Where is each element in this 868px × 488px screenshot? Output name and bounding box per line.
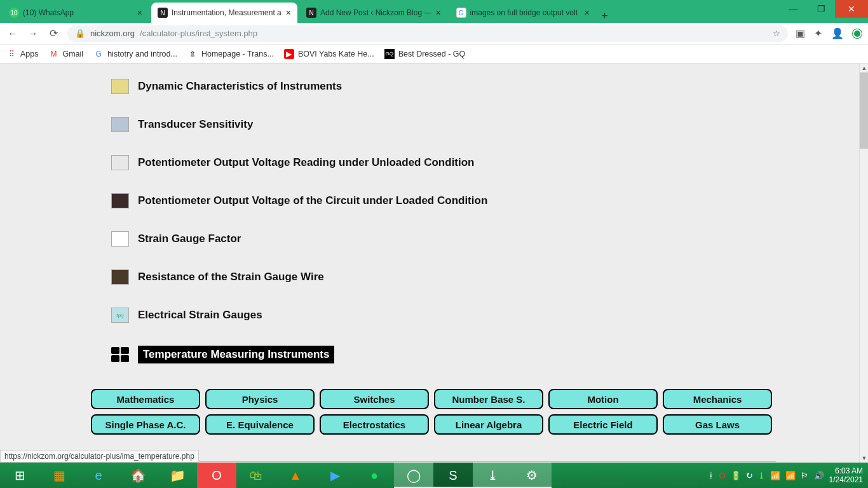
action-center-icon[interactable]: 🏳 xyxy=(801,471,809,480)
tab-title: (10) WhatsApp xyxy=(23,8,133,17)
thumb-icon xyxy=(111,269,129,285)
tab-google[interactable]: G images on full bridge output volt × xyxy=(450,3,596,23)
thumb-icon: f(x) xyxy=(111,308,129,323)
tab-instrumentation[interactable]: N Instrumentation, Measurement a × xyxy=(151,3,297,23)
bookmark-homepage[interactable]: ⇭Homepage - Trans... xyxy=(187,49,274,59)
category-button[interactable]: Physics xyxy=(205,389,315,409)
start-button[interactable]: ⊞ xyxy=(0,463,39,488)
extension-dot-icon[interactable] xyxy=(853,29,862,38)
bookmark-label: Gmail xyxy=(63,50,84,58)
reader-icon[interactable]: ▣ xyxy=(796,27,805,39)
category-button[interactable]: Mechanics xyxy=(663,389,772,409)
taskbar-ie[interactable]: e xyxy=(79,463,118,488)
tab-title: Add New Post ‹ Nickzom Blog — xyxy=(320,8,431,17)
signal-icon[interactable]: 📶 xyxy=(785,471,796,480)
taskbar-idm[interactable]: ⤓ xyxy=(473,463,512,488)
close-icon[interactable]: × xyxy=(286,8,291,18)
category-button[interactable]: Electrostatics xyxy=(320,414,429,435)
network-icon[interactable]: 📶 xyxy=(770,471,780,480)
list-item-highlighted[interactable]: Temperature Measuring Instruments xyxy=(111,346,776,363)
category-button-grid: Mathematics Physics Switches Number Base… xyxy=(91,389,776,435)
youtube-icon: ▶ xyxy=(284,49,294,59)
thumb-icon xyxy=(111,155,129,170)
category-button[interactable]: Linear Algebra xyxy=(434,414,543,435)
sync-icon[interactable]: ↻ xyxy=(746,471,753,480)
list-item[interactable]: Potentiometer Output Voltage of the Circ… xyxy=(111,193,776,208)
taskbar-store[interactable]: 🛍 xyxy=(236,463,276,488)
taskbar-explorer[interactable]: 📁 xyxy=(158,463,197,488)
tab-whatsapp[interactable]: 10 (10) WhatsApp × xyxy=(3,3,149,23)
whatsapp-icon: 10 xyxy=(9,8,19,18)
taskbar-chrome[interactable]: ◯ xyxy=(394,463,433,488)
scroll-up-arrow[interactable]: ▲ xyxy=(860,64,868,72)
taskbar-opera[interactable]: O xyxy=(197,463,236,488)
taskbar-home[interactable]: 🏠 xyxy=(118,463,158,488)
grid-icon: ⠿ xyxy=(6,49,17,59)
tab-addpost[interactable]: N Add New Post ‹ Nickzom Blog — × xyxy=(300,3,447,23)
browser-tab-strip: 10 (10) WhatsApp × N Instrumentation, Me… xyxy=(0,0,868,23)
bookmark-label: Best Dressed - GQ xyxy=(398,50,466,58)
item-label: Strain Gauge Factor xyxy=(138,233,241,245)
scrollbar-thumb[interactable] xyxy=(860,72,868,149)
list-item[interactable]: Transducer Sensitivity xyxy=(111,117,776,132)
thumb-icon xyxy=(111,193,129,208)
category-button[interactable]: Mathematics xyxy=(91,389,200,409)
profile-icon[interactable]: 👤 xyxy=(831,27,844,39)
taskbar-spotify[interactable]: ● xyxy=(355,463,394,488)
taskbar-settings[interactable]: ⚙ xyxy=(512,463,552,488)
back-button[interactable]: ← xyxy=(6,28,19,39)
category-button[interactable]: Switches xyxy=(320,389,429,409)
reload-button[interactable]: ⟳ xyxy=(47,27,60,39)
gmail-icon: M xyxy=(49,49,59,59)
battery-icon[interactable]: 🔋 xyxy=(731,471,741,480)
forward-button[interactable]: → xyxy=(27,28,39,39)
tab-title: images on full bridge output volt xyxy=(470,8,581,17)
bookmark-gmail[interactable]: MGmail xyxy=(49,49,84,59)
taskbar-powerpoint[interactable]: ▦ xyxy=(39,463,79,488)
bookmark-gq[interactable]: GQBest Dressed - GQ xyxy=(384,49,466,59)
windows-taskbar: ⊞ ▦ e 🏠 📁 O 🛍 ▲ ▶ ● ◯ S ⤓ ⚙ ᚼ O 🔋 ↻ ⤓ 📶 … xyxy=(0,463,868,488)
taskbar-vlc[interactable]: ▲ xyxy=(276,463,315,488)
bookmark-history[interactable]: Ghistotry and introd... xyxy=(93,49,177,59)
tab-title: Instrumentation, Measurement a xyxy=(172,8,282,17)
close-icon[interactable]: × xyxy=(584,8,589,18)
idm-tray-icon[interactable]: ⤓ xyxy=(758,471,765,480)
bluetooth-icon[interactable]: ᚼ xyxy=(709,471,714,480)
category-button[interactable]: Number Base S. xyxy=(434,389,543,409)
close-icon[interactable]: × xyxy=(137,8,142,18)
new-tab-button[interactable]: + xyxy=(596,10,614,23)
bookmark-bovi[interactable]: ▶BOVI Yabs Kate He... xyxy=(284,49,374,59)
thumb-icon xyxy=(111,117,129,132)
scroll-down-arrow[interactable]: ▼ xyxy=(860,454,868,463)
url-host: nickzom.org xyxy=(90,29,135,38)
star-icon[interactable]: ☆ xyxy=(773,29,780,38)
google-icon: G xyxy=(456,8,466,18)
taskbar-mediaplayer[interactable]: ▶ xyxy=(315,463,355,488)
taskbar-sublime[interactable]: S xyxy=(433,463,473,488)
list-item[interactable]: Dynamic Characteristics of Instruments xyxy=(111,79,776,94)
list-item[interactable]: Resistance of the Strain Gauge Wire xyxy=(111,269,776,285)
list-item[interactable]: f(x)Electrical Strain Gauges xyxy=(111,308,776,323)
browser-actions: ▣ ✦ 👤 xyxy=(796,27,862,39)
nickzom-icon: N xyxy=(306,8,316,18)
apps-shortcut[interactable]: ⠿Apps xyxy=(6,49,39,59)
window-controls: — ❐ ✕ xyxy=(779,0,868,18)
minimize-button[interactable]: — xyxy=(779,0,807,18)
category-button[interactable]: Electric Field xyxy=(548,414,658,435)
url-field[interactable]: 🔒 nickzom.org/calculator-plus/inst_syste… xyxy=(67,25,788,42)
category-button[interactable]: Gas Laws xyxy=(663,414,772,435)
scrollbar-track[interactable]: ▲ ▼ xyxy=(859,64,868,463)
close-icon[interactable]: × xyxy=(435,8,440,18)
category-button[interactable]: E. Equivalence xyxy=(205,414,315,435)
list-item[interactable]: Potentiometer Output Voltage Reading und… xyxy=(111,155,776,170)
extensions-icon[interactable]: ✦ xyxy=(814,27,822,39)
taskbar-clock[interactable]: 6:03 AM 1/24/2021 xyxy=(829,466,863,485)
close-window-button[interactable]: ✕ xyxy=(835,0,868,18)
maximize-button[interactable]: ❐ xyxy=(807,0,835,18)
opera-tray-icon[interactable]: O xyxy=(719,471,725,480)
volume-icon[interactable]: 🔊 xyxy=(814,471,824,480)
list-item[interactable]: Strain Gauge Factor xyxy=(111,231,776,247)
category-button[interactable]: Motion xyxy=(548,389,658,409)
status-bar-url: https://nickzom.org/calculator-plus/ima_… xyxy=(0,450,199,463)
category-button[interactable]: Single Phase A.C. xyxy=(91,414,200,435)
